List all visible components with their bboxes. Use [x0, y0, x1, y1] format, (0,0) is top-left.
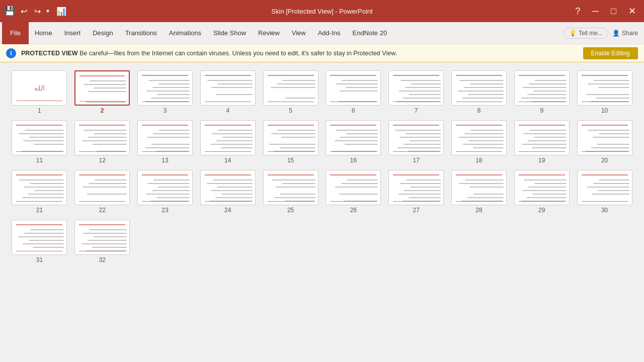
- tell-me-box[interactable]: 💡 Tell me...: [564, 28, 608, 39]
- slide-item[interactable]: 18: [450, 120, 509, 164]
- slide-text-line: [533, 90, 567, 92]
- slide-item[interactable]: 24: [198, 170, 257, 214]
- minimize-button[interactable]: ─: [588, 5, 603, 18]
- slide-item[interactable]: 29: [512, 170, 571, 214]
- save-icon[interactable]: 💾: [4, 6, 15, 17]
- undo-redo-group: ↩ ↪: [18, 6, 43, 17]
- slide-number: 17: [413, 157, 420, 164]
- slide-number: 30: [601, 207, 608, 214]
- slide-thumb-inner: [75, 220, 129, 254]
- slide-item[interactable]: 6: [324, 70, 383, 114]
- slide-thumb-inner: [201, 170, 255, 205]
- tab-file[interactable]: File: [2, 22, 29, 44]
- slide-text-line: [84, 130, 127, 131]
- lightbulb-icon: 💡: [569, 30, 577, 37]
- slide-item[interactable]: 20: [575, 120, 634, 164]
- slide-thumbnail: [263, 70, 318, 106]
- slide-item[interactable]: 31: [10, 220, 69, 263]
- slide-item[interactable]: 23: [136, 170, 195, 214]
- slide-text-line: [158, 187, 190, 188]
- slide-item[interactable]: 32: [73, 220, 132, 263]
- slide-thumbnail: [451, 120, 507, 155]
- slide-item[interactable]: 19: [512, 120, 571, 164]
- quick-access-icon[interactable]: ▾: [46, 8, 49, 15]
- slide-item[interactable]: 27: [387, 170, 446, 214]
- slide-number: 12: [99, 157, 106, 164]
- slide-bottom-line: [330, 201, 376, 202]
- tab-view[interactable]: View: [286, 22, 312, 44]
- slide-item[interactable]: 9: [512, 70, 571, 114]
- slide-thumbnail: [388, 70, 444, 106]
- slide-number: 13: [162, 157, 168, 164]
- slide-item[interactable]: 14: [198, 120, 257, 164]
- slide-item[interactable]: الله1: [10, 70, 69, 114]
- slide-thumb-inner: [389, 71, 443, 105]
- slide-item[interactable]: 11: [10, 120, 69, 164]
- slide-item[interactable]: 15: [261, 120, 320, 164]
- tab-insert[interactable]: Insert: [58, 22, 87, 44]
- slide-text-line: [523, 87, 567, 88]
- slide-item[interactable]: 4: [198, 70, 257, 114]
- slide-bottom-line: [205, 151, 251, 152]
- title-bar-left: 💾 ↩ ↪ ▾ 📊: [4, 6, 66, 17]
- slide-text-line: [409, 197, 441, 198]
- tab-home[interactable]: Home: [29, 22, 58, 44]
- tab-transitions[interactable]: Transitions: [119, 22, 163, 44]
- tab-endnote[interactable]: EndNote 20: [346, 22, 393, 44]
- slide-thumbnail: [200, 70, 256, 106]
- slide-text-line: [28, 194, 64, 195]
- slide-item[interactable]: 17: [387, 120, 446, 164]
- tab-addins[interactable]: Add-Ins: [312, 22, 347, 44]
- slide-thumbnail: [137, 170, 193, 205]
- undo-button[interactable]: ↩: [18, 6, 30, 17]
- enable-editing-button[interactable]: Enable Editing: [583, 47, 638, 59]
- slide-item[interactable]: 8: [450, 70, 509, 114]
- slide-item[interactable]: 21: [10, 170, 69, 214]
- slide-text-line: [598, 87, 629, 88]
- slide-text-line: [473, 147, 504, 148]
- slide-text-line: [207, 183, 253, 184]
- help-icon[interactable]: ?: [571, 5, 584, 18]
- info-icon: i: [6, 48, 16, 58]
- slide-item[interactable]: 5: [261, 70, 320, 114]
- slide-text-line: [156, 197, 190, 198]
- slide-item[interactable]: 16: [324, 120, 383, 164]
- slide-title-line: [16, 224, 62, 225]
- slide-text-line: [222, 137, 253, 138]
- protected-message: Be careful—files from the Internet can c…: [79, 50, 397, 57]
- slide-text-line: [280, 147, 315, 148]
- slide-text-line: [147, 137, 190, 138]
- tab-slideshow[interactable]: Slide Show: [207, 22, 252, 44]
- slide-item[interactable]: 30: [575, 170, 634, 214]
- slide-text-line: [597, 144, 629, 145]
- slide-item[interactable]: 26: [324, 170, 383, 214]
- tab-animations[interactable]: Animations: [163, 22, 207, 44]
- slide-text-line: [159, 130, 190, 131]
- slide-thumb-inner: [138, 71, 192, 105]
- slide-text-line: [216, 140, 253, 141]
- slide-thumbnail: [514, 120, 570, 155]
- slide-text-line: [157, 94, 190, 95]
- slide-title-line: [582, 75, 628, 76]
- slide-item[interactable]: 25: [261, 170, 320, 214]
- slide-text-line: [34, 190, 64, 191]
- close-button[interactable]: ✕: [624, 5, 640, 18]
- slide-item[interactable]: 28: [450, 170, 509, 214]
- slide-item[interactable]: 2: [73, 70, 132, 114]
- slide-item[interactable]: 12: [73, 120, 132, 164]
- slide-text-line: [521, 98, 567, 99]
- slide-thumb-inner: [12, 170, 66, 205]
- share-button[interactable]: 👤 Share: [612, 30, 638, 37]
- slide-text-line: [158, 83, 190, 84]
- slide-item[interactable]: 3: [136, 70, 195, 114]
- maximize-button[interactable]: □: [607, 5, 620, 18]
- slide-item[interactable]: 22: [73, 170, 132, 214]
- tab-review[interactable]: Review: [252, 22, 286, 44]
- slide-item[interactable]: 13: [136, 120, 195, 164]
- tab-design[interactable]: Design: [87, 22, 119, 44]
- redo-button[interactable]: ↪: [32, 6, 43, 17]
- slide-item[interactable]: 7: [387, 70, 446, 114]
- slide-thumbnail: [514, 170, 570, 205]
- slide-item[interactable]: 10: [575, 70, 634, 114]
- slide-thumb-inner: [515, 71, 569, 105]
